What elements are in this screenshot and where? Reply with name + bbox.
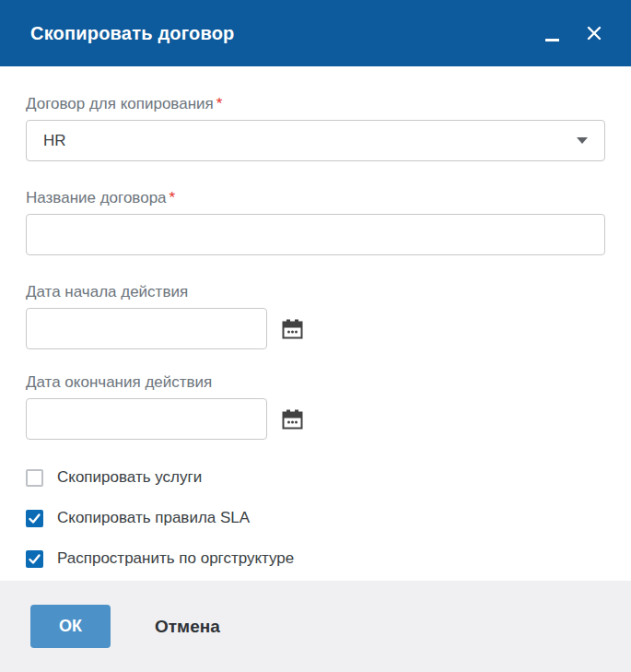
- dialog-body: Договор для копирования* HR Название дог…: [0, 66, 631, 581]
- dialog-footer: ОК Отмена: [0, 581, 631, 672]
- checkbox-box: [26, 510, 43, 527]
- date-start-calendar-button[interactable]: [280, 317, 304, 341]
- date-end-input[interactable]: [26, 398, 267, 440]
- checkbox-label: Распространить по оргструктуре: [57, 549, 294, 568]
- checkbox-label: Скопировать услуги: [57, 468, 202, 487]
- field-date-end: Дата окончания действия: [26, 372, 605, 440]
- dialog-header: Скопировать договор: [0, 0, 631, 66]
- label-text: Дата окончания действия: [26, 373, 212, 391]
- label-text: Дата начала действия: [26, 283, 188, 301]
- contract-source-label: Договор для копирования*: [26, 94, 605, 113]
- check-icon: [28, 552, 41, 566]
- date-start-input[interactable]: [26, 308, 267, 349]
- checkbox-box: [26, 469, 43, 487]
- minimize-icon: [545, 39, 559, 41]
- label-text: Договор для копирования: [26, 95, 214, 112]
- contract-source-select[interactable]: HR: [26, 120, 605, 161]
- field-contract-name: Название договора*: [26, 188, 605, 255]
- required-asterisk: *: [169, 189, 176, 206]
- required-asterisk: *: [216, 95, 223, 112]
- field-date-start: Дата начала действия: [26, 282, 605, 349]
- cancel-button[interactable]: Отмена: [155, 617, 220, 637]
- check-icon: [28, 512, 41, 525]
- copy-contract-dialog: Скопировать договор Договор для копирова…: [0, 0, 631, 672]
- dialog-title: Скопировать договор: [30, 23, 234, 44]
- checkbox-label: Скопировать правила SLA: [57, 509, 250, 527]
- checkbox-group: Скопировать услуги Скопировать правила S…: [26, 468, 605, 568]
- label-text: Название договора: [26, 189, 167, 206]
- checkbox-box: [26, 550, 43, 568]
- date-end-calendar-button[interactable]: [280, 407, 304, 431]
- calendar-icon: [281, 408, 304, 430]
- checkbox-copy-services[interactable]: Скопировать услуги: [26, 468, 605, 487]
- chevron-down-icon: [577, 137, 588, 144]
- date-end-row: [26, 398, 605, 440]
- close-icon: [586, 25, 602, 41]
- minimize-button[interactable]: [543, 24, 561, 42]
- checkbox-propagate-orgstructure[interactable]: Распространить по оргструктуре: [26, 549, 605, 568]
- date-end-label: Дата окончания действия: [26, 372, 605, 392]
- ok-button[interactable]: ОК: [30, 605, 111, 648]
- calendar-icon: [281, 318, 304, 340]
- field-contract-source: Договор для копирования* HR: [26, 94, 605, 161]
- close-button[interactable]: [585, 24, 603, 42]
- window-controls: [543, 24, 603, 42]
- contract-name-label: Название договора*: [26, 188, 605, 207]
- date-start-row: [26, 308, 605, 349]
- checkbox-copy-sla-rules[interactable]: Скопировать правила SLA: [26, 509, 605, 527]
- select-value: HR: [43, 132, 66, 150]
- date-start-label: Дата начала действия: [26, 282, 605, 301]
- contract-name-input[interactable]: [26, 214, 605, 255]
